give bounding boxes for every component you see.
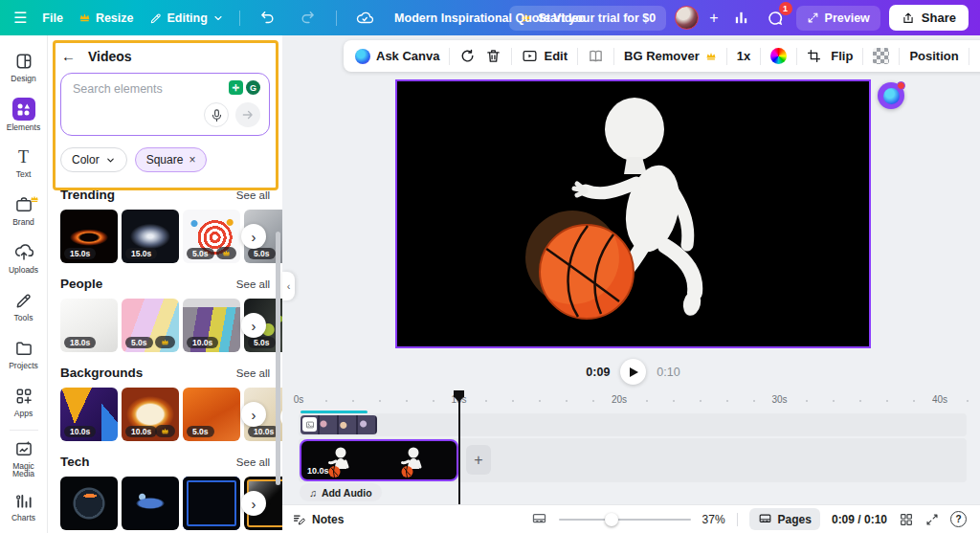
back-icon[interactable]: ← — [61, 48, 76, 64]
sidebar-item-elements[interactable]: Elements — [1, 91, 47, 139]
videos-panel: ← Videos ✛ G Color Square × — [48, 35, 282, 533]
video-thumbnail[interactable] — [122, 477, 179, 530]
video-thumbnail[interactable]: 10.0s — [60, 388, 118, 441]
video-thumbnail[interactable]: 10.0s — [122, 388, 179, 441]
resize-menu[interactable]: Resize — [78, 11, 134, 25]
panel-collapse-handle[interactable]: ‹ — [282, 272, 295, 300]
ask-canva-button[interactable]: Ask Canva — [355, 49, 439, 64]
video-thumbnail[interactable]: 18.0s — [60, 299, 118, 352]
square-filter-chip[interactable]: Square × — [135, 147, 208, 172]
duration-badge: 5.0s — [125, 337, 153, 349]
uploads-icon — [13, 243, 33, 263]
share-button[interactable]: Share — [889, 5, 969, 31]
elements-icon — [12, 98, 35, 121]
sidebar-item-apps[interactable]: Apps — [1, 378, 47, 426]
bg-remover-button[interactable]: BG Remover — [624, 49, 717, 63]
section-backgrounds: Backgrounds See all 10.0s10.0s5.0s10.0s› — [48, 366, 282, 441]
animate-button[interactable] — [588, 48, 604, 64]
add-audio-button[interactable]: ♫ Add Audio — [300, 483, 382, 501]
search-box: ✛ G — [60, 73, 270, 136]
add-page-button[interactable]: + — [466, 445, 491, 475]
grammarly-icon[interactable]: G — [246, 80, 260, 95]
notes-button[interactable]: Notes — [292, 512, 344, 526]
timeline-clip-1[interactable] — [301, 415, 377, 434]
selected-timeline-clip[interactable]: 10.0s — [300, 439, 458, 481]
assistant-bubble-button[interactable] — [878, 82, 904, 109]
video-thumbnail[interactable]: 5.0s — [122, 299, 179, 352]
panel-scrollbar[interactable] — [276, 232, 280, 485]
redo-button[interactable] — [296, 6, 321, 31]
add-member-button[interactable]: + — [707, 10, 720, 27]
position-button[interactable]: Position — [909, 49, 958, 63]
video-track-1 — [299, 413, 967, 436]
search-input[interactable] — [73, 82, 216, 96]
video-thumbnail[interactable] — [183, 477, 240, 530]
file-menu[interactable]: File — [42, 11, 63, 25]
zoom-slider-knob[interactable] — [605, 513, 618, 526]
close-icon[interactable]: × — [189, 153, 195, 167]
notification-badge: 1 — [779, 2, 792, 15]
total-time: 0:10 — [657, 366, 679, 379]
sidebar-item-uploads[interactable]: Uploads — [1, 234, 47, 282]
video-thumbnail[interactable]: 5.0s — [183, 388, 240, 441]
color-filter-dropdown[interactable]: Color — [60, 147, 127, 172]
sidebar-item-brand[interactable]: Brand — [1, 187, 47, 234]
duration-display: 0:09 / 0:10 — [832, 513, 887, 526]
video-thumbnail[interactable]: 10.0s — [183, 299, 240, 352]
design-canvas[interactable] — [395, 79, 871, 348]
editor-main: Ask Canva Edit BG Remover 1x Flip — [282, 35, 980, 533]
pages-button[interactable]: Pages — [749, 508, 820, 530]
voice-search-button[interactable] — [204, 102, 229, 127]
audio-strip[interactable] — [301, 411, 368, 413]
see-all-link[interactable]: See all — [236, 278, 270, 290]
avatar[interactable] — [675, 6, 699, 30]
sidebar-item-magic-media[interactable]: Magic Media — [1, 434, 47, 482]
timeline-ruler[interactable]: 0s10s20s30s40s — [282, 391, 980, 409]
scroll-right-button[interactable]: › — [241, 224, 266, 249]
color-wheel-button[interactable] — [770, 48, 787, 64]
fullscreen-icon[interactable] — [925, 513, 939, 526]
video-thumbnail[interactable]: 15.0s — [60, 210, 118, 263]
zoom-slider[interactable] — [559, 513, 691, 526]
notification-dot — [897, 81, 905, 90]
transparency-button[interactable] — [873, 48, 889, 64]
delete-button[interactable] — [485, 48, 501, 64]
see-all-link[interactable]: See all — [236, 189, 270, 201]
help-button[interactable]: ? — [950, 511, 967, 527]
flip-button[interactable]: Flip — [831, 49, 853, 63]
see-all-link[interactable]: See all — [236, 367, 270, 379]
video-thumbnail[interactable]: 5.0s — [183, 210, 240, 263]
insights-icon[interactable] — [729, 6, 754, 31]
sidebar-item-tools[interactable]: Tools — [1, 282, 47, 330]
search-submit-button[interactable] — [235, 102, 260, 127]
crop-button[interactable] — [807, 49, 821, 63]
see-all-link[interactable]: See all — [236, 456, 270, 468]
crown-icon — [78, 11, 91, 24]
sidebar-item-design[interactable]: Design — [1, 43, 47, 91]
replace-button[interactable] — [459, 48, 476, 64]
zoom-percent[interactable]: 37% — [702, 513, 725, 526]
menu-icon[interactable]: ☰ — [13, 11, 27, 26]
basketball-figure-video — [397, 81, 869, 346]
scroll-right-button[interactable]: › — [241, 313, 266, 338]
edit-video-button[interactable]: Edit — [522, 48, 568, 64]
extension-icon[interactable]: ✛ — [229, 80, 243, 95]
sidebar-item-charts[interactable]: Charts — [1, 482, 47, 530]
scroll-right-button[interactable]: › — [241, 402, 266, 427]
comments-button[interactable]: 1 — [763, 6, 788, 31]
image-icon — [302, 417, 317, 432]
scroll-right-button[interactable]: › — [241, 491, 266, 516]
sidebar-item-projects[interactable]: Projects — [1, 330, 47, 378]
grid-view-icon[interactable] — [899, 512, 914, 527]
section-people: People See all 18.0s5.0s10.0s5.0s› — [48, 277, 282, 352]
play-button[interactable] — [620, 359, 646, 385]
design-title[interactable]: Modern Inspirational Quote Video — [394, 11, 586, 25]
editing-mode-dropdown[interactable]: Editing — [149, 11, 224, 25]
preview-button[interactable]: Preview — [796, 6, 880, 31]
sidebar-item-text[interactable]: T Text — [1, 139, 47, 187]
video-thumbnail[interactable] — [60, 477, 118, 530]
video-thumbnail[interactable]: 15.0s — [122, 210, 179, 263]
timeline-view-icon[interactable] — [531, 511, 547, 527]
undo-button[interactable] — [256, 6, 280, 31]
playback-speed-button[interactable]: 1x — [737, 49, 750, 63]
